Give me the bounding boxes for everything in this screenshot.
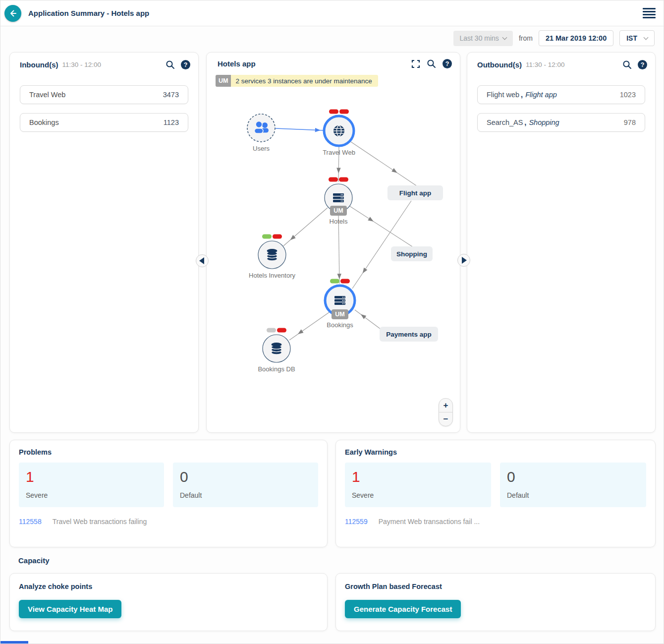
timezone-dropdown[interactable]: IST bbox=[619, 30, 655, 46]
node-label: Hotels Inventory bbox=[249, 272, 295, 279]
outbound-service-name: Search_AS bbox=[487, 118, 523, 126]
time-range-dropdown[interactable]: Last 30 mins bbox=[453, 31, 513, 46]
help-icon[interactable]: ? bbox=[181, 60, 190, 69]
pan-right-button[interactable] bbox=[457, 254, 470, 267]
time-toolbar: Last 30 mins from 21 Mar 2019 12:00 IST bbox=[453, 30, 655, 46]
inbound-time-range: 11:30 - 12:00 bbox=[62, 61, 101, 68]
outbound-list: Flight web , Flight app 1023 Search_AS ,… bbox=[467, 85, 655, 132]
severe-count: 1 bbox=[352, 468, 484, 485]
issue-id-link[interactable]: 112559 bbox=[345, 518, 368, 526]
zoom-in-button[interactable]: + bbox=[439, 399, 452, 412]
inbound-panel: Inbound(s) 11:30 - 12:00 ? Travel Web 34… bbox=[9, 52, 199, 433]
application-summary-page: Application Summary - Hotels app Last 30… bbox=[0, 0, 664, 644]
inbound-service-name: Bookings bbox=[29, 118, 59, 126]
capacity-section-title: Capacity bbox=[18, 556, 50, 565]
zoom-controls: + − bbox=[439, 398, 453, 426]
external-app-label: Payments app bbox=[386, 331, 432, 338]
node-hotels-inventory[interactable]: Hotels Inventory bbox=[249, 234, 295, 280]
outbound-count: 978 bbox=[624, 118, 636, 126]
problem-issue-row: 112558 Travel Web transactions failing bbox=[19, 518, 318, 526]
timezone-value: IST bbox=[626, 34, 637, 42]
node-users[interactable]: Users bbox=[247, 114, 275, 152]
default-count: 0 bbox=[180, 468, 311, 485]
search-icon[interactable] bbox=[166, 60, 175, 69]
choke-points-card: Analyze choke points View Capacity Heat … bbox=[9, 573, 328, 631]
issue-id-link[interactable]: 112558 bbox=[19, 518, 42, 526]
problems-default-tile[interactable]: 0 Default bbox=[173, 463, 318, 507]
issue-description: Payment Web transactions fail ... bbox=[379, 518, 480, 526]
inbound-row-bookings[interactable]: Bookings 1123 bbox=[20, 113, 188, 132]
fullscreen-icon[interactable] bbox=[411, 59, 420, 68]
external-app-shopping[interactable]: Shopping bbox=[391, 246, 433, 261]
topology-panel: Hotels app ? UM 2 services 3 instances a… bbox=[206, 52, 460, 433]
generate-capacity-forecast-button[interactable]: Generate Capacity Forecast bbox=[345, 600, 461, 618]
external-app-flight-app[interactable]: Flight app bbox=[387, 185, 443, 200]
page-title: Application Summary - Hotels app bbox=[28, 0, 149, 26]
health-indicator-red bbox=[339, 110, 349, 114]
um-badge-text: UM bbox=[335, 311, 344, 318]
search-icon[interactable] bbox=[622, 60, 632, 69]
back-arrow-icon bbox=[8, 9, 17, 18]
topology-edge bbox=[289, 311, 331, 340]
choke-points-title: Analyze choke points bbox=[19, 583, 318, 590]
severe-label: Severe bbox=[352, 491, 484, 499]
inbound-service-count: 1123 bbox=[164, 118, 179, 126]
inbound-list: Travel Web 3473 Bookings 1123 bbox=[10, 85, 198, 132]
globe-icon bbox=[333, 125, 344, 136]
node-label: Travel Web bbox=[323, 149, 355, 156]
external-app-label: Shopping bbox=[396, 250, 427, 258]
inbound-title: Inbound(s) bbox=[20, 60, 58, 69]
default-label: Default bbox=[507, 491, 639, 499]
topology-header: Hotels app ? bbox=[207, 53, 460, 68]
outbound-app-name: Shopping bbox=[529, 118, 559, 126]
topology-edge bbox=[276, 128, 324, 132]
chevron-down-icon bbox=[644, 35, 649, 40]
help-icon[interactable]: ? bbox=[638, 60, 647, 69]
health-indicator-gray bbox=[267, 328, 276, 333]
outbound-row-flight-app[interactable]: Flight web , Flight app 1023 bbox=[477, 85, 645, 104]
external-app-label: Flight app bbox=[399, 189, 432, 197]
node-label: Hotels bbox=[330, 218, 348, 225]
arrowhead-icon bbox=[337, 274, 341, 279]
inbound-row-travel-web[interactable]: Travel Web 3473 bbox=[20, 85, 188, 104]
node-travel-web[interactable]: Travel Web bbox=[323, 110, 355, 157]
outbound-time-range: 11:30 - 12:00 bbox=[526, 61, 565, 68]
growth-forecast-card: Growth Plan based Forecast Generate Capa… bbox=[335, 573, 656, 631]
default-label: Default bbox=[180, 491, 311, 499]
menu-icon[interactable] bbox=[643, 8, 656, 20]
health-indicator-red bbox=[329, 177, 338, 182]
outbound-row-shopping[interactable]: Search_AS , Shopping 978 bbox=[477, 113, 645, 132]
node-label: Users bbox=[253, 145, 270, 152]
datetime-value: 21 Mar 2019 12:00 bbox=[546, 34, 607, 42]
node-bookings-db[interactable]: Bookings DB bbox=[258, 328, 295, 373]
search-icon[interactable] bbox=[427, 59, 436, 68]
external-app-payments-app[interactable]: Payments app bbox=[380, 327, 438, 342]
early-warnings-card: Early Warnings 1 Severe 0 Default 112559… bbox=[335, 440, 656, 547]
separator: , bbox=[524, 118, 526, 126]
growth-forecast-title: Growth Plan based Forecast bbox=[345, 583, 646, 590]
maintenance-banner: UM 2 services 3 instances are under main… bbox=[216, 75, 378, 87]
view-capacity-heat-map-button[interactable]: View Capacity Heat Map bbox=[19, 600, 121, 618]
from-label: from bbox=[519, 34, 533, 42]
arrowhead-icon bbox=[391, 168, 397, 173]
warnings-default-tile[interactable]: 0 Default bbox=[500, 463, 646, 507]
inbound-service-name: Travel Web bbox=[29, 91, 65, 99]
node-hotels[interactable]: UMHotels bbox=[325, 177, 352, 226]
topology-title: Hotels app bbox=[218, 59, 256, 68]
zoom-out-button[interactable]: − bbox=[439, 412, 452, 426]
health-indicator-green bbox=[330, 279, 339, 284]
outbound-count: 1023 bbox=[620, 91, 636, 99]
back-button[interactable] bbox=[4, 5, 21, 22]
health-indicator-red bbox=[340, 279, 350, 284]
footer-accent bbox=[0, 641, 28, 644]
problems-severe-tile[interactable]: 1 Severe bbox=[19, 463, 164, 507]
help-icon[interactable]: ? bbox=[443, 59, 452, 68]
datetime-picker[interactable]: 21 Mar 2019 12:00 bbox=[539, 30, 613, 46]
arrowhead-icon bbox=[336, 168, 340, 173]
warnings-severe-tile[interactable]: 1 Severe bbox=[345, 463, 491, 507]
pan-left-button[interactable] bbox=[196, 254, 209, 267]
inbound-header: Inbound(s) 11:30 - 12:00 ? bbox=[10, 53, 198, 69]
maintenance-text: 2 services 3 instances are under mainten… bbox=[231, 75, 378, 87]
node-bookings[interactable]: UMBookings bbox=[325, 279, 355, 329]
chevron-down-icon bbox=[502, 35, 507, 40]
